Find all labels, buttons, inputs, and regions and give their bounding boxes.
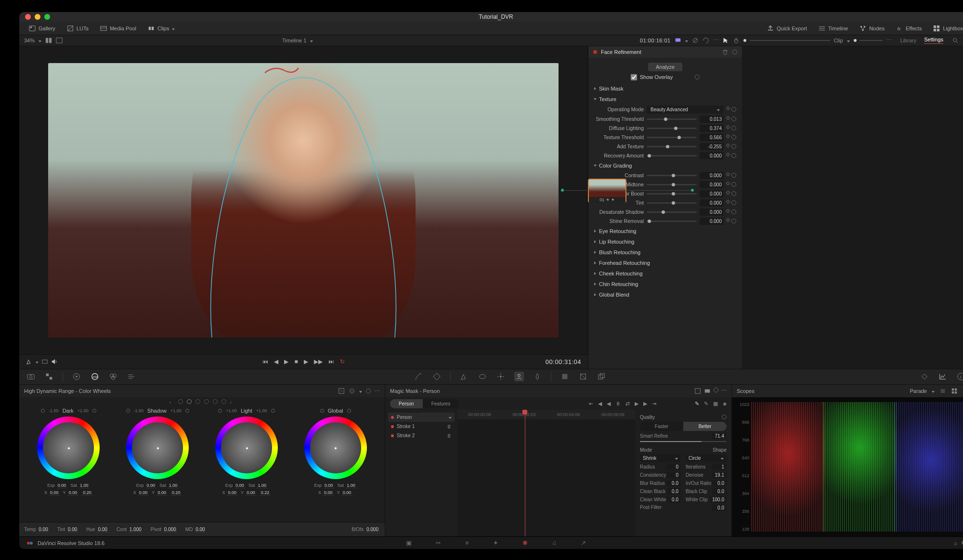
quality-reset[interactable] xyxy=(722,415,727,419)
onion-icon[interactable] xyxy=(41,358,48,365)
window-icon[interactable] xyxy=(478,372,487,381)
monitor-dropdown[interactable] xyxy=(685,38,688,43)
param-slider[interactable] xyxy=(647,211,697,213)
param-value[interactable]: 0.000 xyxy=(700,218,724,225)
blur-icon[interactable] xyxy=(533,372,542,381)
falloff-value[interactable]: 0.20 xyxy=(170,490,182,495)
param-value[interactable]: -0.255 xyxy=(700,143,724,150)
play-icon[interactable]: ▶ xyxy=(304,358,308,365)
delete-stroke-icon[interactable]: 🗑 xyxy=(447,433,452,438)
param-slider[interactable] xyxy=(647,146,697,147)
info-panel-icon[interactable]: i xyxy=(956,372,963,381)
y-value[interactable]: 0.00 xyxy=(156,490,168,495)
kf-icon[interactable] xyxy=(726,172,730,176)
color-page-icon[interactable]: ❋ xyxy=(522,539,528,547)
wheels-expand-icon[interactable] xyxy=(338,388,345,394)
mask-play-icon[interactable]: ▶ xyxy=(635,401,638,407)
exp-value[interactable]: 0.00 xyxy=(323,483,335,488)
deliver-page-icon[interactable]: ↗ xyxy=(581,539,586,547)
reset-param-icon[interactable] xyxy=(731,135,736,140)
cont-value[interactable]: 1.000 xyxy=(128,527,143,533)
mode-dropdown[interactable]: Shrink xyxy=(640,455,681,462)
clip-dropdown[interactable]: Clip xyxy=(834,38,843,43)
slider-dot[interactable] xyxy=(743,39,746,42)
param-value[interactable]: 0.000 xyxy=(700,172,724,179)
mask-more-icon[interactable]: ⋯ xyxy=(721,388,727,394)
node-slider[interactable] xyxy=(750,40,830,41)
exp-value[interactable]: 0.00 xyxy=(145,483,157,488)
curves-icon[interactable] xyxy=(414,372,423,381)
key-icon[interactable] xyxy=(560,372,570,381)
param-slider[interactable] xyxy=(647,175,697,176)
mask-opt2-icon[interactable] xyxy=(704,388,711,394)
sizing-icon[interactable] xyxy=(578,372,588,381)
scopes-settings-icon[interactable] xyxy=(939,388,946,394)
wheel-sel-6[interactable] xyxy=(221,399,226,404)
blur-radius-value[interactable]: 0.0 xyxy=(666,480,681,486)
nodes-button[interactable]: Nodes xyxy=(855,24,889,33)
playhead-timecode[interactable]: 00:00:31:04 xyxy=(546,358,581,365)
fairlight-page-icon[interactable]: ♫ xyxy=(552,539,557,547)
black-clip-value[interactable]: 0.0 xyxy=(712,488,727,495)
faster-tab[interactable]: Faster xyxy=(640,422,683,431)
delete-stroke-icon[interactable]: 🗑 xyxy=(447,424,452,429)
settings-gear-icon[interactable]: ⚙ xyxy=(961,540,963,546)
bofs-value[interactable]: 0.000 xyxy=(365,527,380,533)
mask-reset[interactable] xyxy=(714,388,718,392)
wheel-sel-4[interactable] xyxy=(204,399,209,404)
zoom-dropdown-icon[interactable] xyxy=(39,38,41,43)
reset-param-icon[interactable] xyxy=(731,191,736,196)
effects-button[interactable]: fxEffects xyxy=(891,24,926,33)
mask-pause-icon[interactable]: ⏸ xyxy=(615,401,621,406)
scopes-panel-icon[interactable] xyxy=(938,372,948,381)
mask-view-icon[interactable]: ▦ xyxy=(713,401,718,407)
color-grading-section[interactable]: Color Grading xyxy=(588,160,742,171)
wheels-more-icon[interactable]: ⋯ xyxy=(375,388,380,394)
param-value[interactable]: 0.000 xyxy=(700,152,724,159)
param-value[interactable]: 0.000 xyxy=(700,181,724,188)
scopes-mode[interactable]: Parade xyxy=(910,388,927,394)
mask-prev-frame-icon[interactable]: ◀ xyxy=(598,401,602,407)
white-clip-value[interactable]: 100.0 xyxy=(710,496,727,503)
clip-dropdown-icon[interactable] xyxy=(847,38,850,43)
timeline-dropdown-icon[interactable] xyxy=(310,38,313,43)
reset-param-icon[interactable] xyxy=(731,173,736,178)
color-wheel-light[interactable] xyxy=(215,417,278,479)
wheels-reset[interactable] xyxy=(366,389,371,393)
step-back-icon[interactable]: ◀ xyxy=(274,358,278,365)
person-tab[interactable]: Person xyxy=(390,399,423,408)
param-slider[interactable] xyxy=(647,184,697,185)
wheel-next[interactable]: › xyxy=(230,399,235,404)
reset-param-icon[interactable] xyxy=(731,126,736,130)
cheek-section[interactable]: Cheek Retouching xyxy=(588,268,742,279)
quickexport-button[interactable]: Quick Export xyxy=(762,24,812,33)
more-icon-2[interactable]: ⋯ xyxy=(886,37,892,43)
color-warper-icon[interactable] xyxy=(432,372,442,381)
mask-mark-in-icon[interactable]: ⇤ xyxy=(589,401,593,407)
smart-refine-slider[interactable] xyxy=(640,441,727,442)
stop-icon[interactable]: ■ xyxy=(294,358,298,365)
reset-effect-icon[interactable] xyxy=(732,50,737,54)
op-mode-dropdown[interactable]: Beauty Advanced xyxy=(647,105,724,114)
param-value[interactable]: 0.000 xyxy=(700,199,724,207)
param-slider[interactable] xyxy=(647,155,697,156)
pivot-value[interactable]: 0.000 xyxy=(163,527,178,533)
reset-param-icon[interactable] xyxy=(731,219,736,223)
color-wheel-global[interactable] xyxy=(304,417,367,479)
magic-mask-icon[interactable] xyxy=(514,372,524,381)
wheel-prev[interactable]: ‹ xyxy=(169,399,174,404)
gallery-button[interactable]: Gallery xyxy=(24,24,60,33)
play-back-icon[interactable]: ▶ xyxy=(284,358,288,365)
shape-dropdown[interactable]: Circle xyxy=(686,455,727,462)
radius-value[interactable]: 0 xyxy=(666,464,681,470)
stroke-2[interactable]: Stroke 2🗑 xyxy=(388,431,455,440)
hue-value[interactable]: 0.00 xyxy=(96,527,108,533)
color-wheel-dark[interactable] xyxy=(37,417,100,479)
kf-icon[interactable] xyxy=(726,106,730,110)
motion-icon[interactable] xyxy=(127,372,136,381)
sat-value[interactable]: 1.00 xyxy=(168,483,179,488)
forehead-section[interactable]: Forehead Retouching xyxy=(588,258,742,268)
sat-value[interactable]: 1.00 xyxy=(345,483,357,488)
viewer-single-icon[interactable] xyxy=(56,37,63,44)
3d-icon[interactable] xyxy=(597,372,606,381)
